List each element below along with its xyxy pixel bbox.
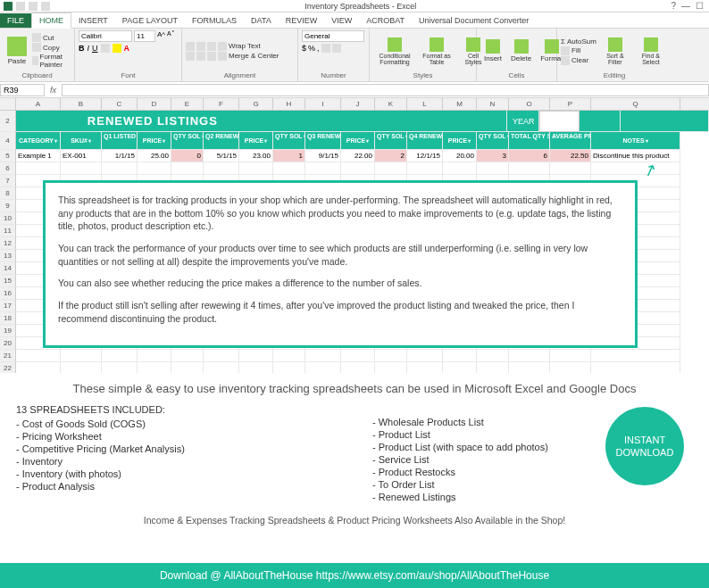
cell[interactable]	[407, 162, 443, 175]
minimize-icon[interactable]: —	[681, 1, 690, 11]
autosum-button[interactable]: ΣAutoSum	[561, 37, 596, 46]
col-header[interactable]: H	[273, 98, 305, 110]
cell[interactable]	[16, 350, 61, 362]
cell-q3-qty[interactable]: 2	[375, 150, 407, 162]
table-row[interactable]: 5 Example 1 EX-001 1/1/15 25.00 0 5/1/15…	[0, 150, 709, 162]
cell[interactable]	[443, 350, 477, 362]
cell-avg-price[interactable]: 22.50	[550, 150, 591, 162]
cell[interactable]	[102, 162, 138, 175]
cell[interactable]	[204, 350, 239, 362]
row-header[interactable]: 6	[0, 162, 16, 175]
cell[interactable]	[305, 162, 341, 175]
row-header[interactable]: 15	[0, 275, 16, 287]
cell[interactable]	[375, 162, 407, 175]
col-header[interactable]: M	[443, 98, 477, 110]
tab-review[interactable]: REVIEW	[279, 13, 325, 28]
cell[interactable]	[591, 162, 680, 175]
th-q3-qty[interactable]: QTY SOL	[375, 132, 407, 150]
th-category[interactable]: CATEGORY	[16, 132, 61, 150]
cell[interactable]	[375, 350, 407, 362]
save-icon[interactable]	[16, 2, 25, 11]
cell[interactable]	[550, 350, 591, 362]
cell[interactable]	[102, 350, 138, 362]
delete-cells-button[interactable]: Delete	[507, 37, 535, 64]
tab-acrobat[interactable]: ACROBAT	[359, 13, 412, 28]
underline-button[interactable]: U	[92, 44, 98, 53]
table-row[interactable]: 21	[0, 350, 709, 362]
undo-icon[interactable]	[29, 2, 38, 11]
align-center-icon[interactable]	[196, 52, 205, 61]
decrease-font-icon[interactable]: A˅	[167, 30, 175, 42]
find-select-button[interactable]: Find & Select	[634, 36, 668, 67]
col-header[interactable]: N	[477, 98, 509, 110]
cell[interactable]	[138, 350, 171, 362]
fill-button[interactable]: Fill	[561, 46, 596, 55]
cut-button[interactable]: Cut	[32, 33, 71, 42]
col-header[interactable]: A	[16, 98, 61, 110]
col-header[interactable]: D	[138, 98, 171, 110]
cell[interactable]	[171, 350, 204, 362]
col-header[interactable]: Q	[591, 98, 680, 110]
col-header[interactable]: B	[61, 98, 102, 110]
cell[interactable]	[591, 350, 680, 362]
th-q4-price[interactable]: PRICE	[443, 132, 477, 150]
col-header[interactable]: F	[204, 98, 239, 110]
row-header[interactable]: 19	[0, 325, 16, 337]
cell[interactable]	[305, 350, 341, 362]
cell[interactable]	[341, 350, 375, 362]
tab-file[interactable]: FILE	[0, 13, 31, 28]
restore-icon[interactable]: ☐	[696, 1, 704, 11]
help-icon[interactable]: ?	[671, 1, 676, 11]
cell-sku[interactable]: EX-001	[61, 150, 102, 162]
th-q1-price[interactable]: PRICE	[138, 132, 171, 150]
cell-total-qty[interactable]: 6	[509, 150, 550, 162]
row-header[interactable]: 20	[0, 337, 16, 350]
col-header[interactable]: C	[102, 98, 138, 110]
th-avg-price[interactable]: AVERAGE PRICE	[550, 132, 591, 150]
align-left-icon[interactable]	[186, 52, 195, 61]
tab-insert[interactable]: INSERT	[71, 13, 115, 28]
currency-icon[interactable]: $	[302, 44, 306, 53]
th-q4-renew[interactable]: Q4 RENEW	[407, 132, 443, 150]
col-header[interactable]: I	[305, 98, 341, 110]
col-header[interactable]: J	[341, 98, 375, 110]
cell[interactable]	[138, 162, 171, 175]
insert-cells-button[interactable]: Insert	[480, 37, 505, 64]
th-q4-qty[interactable]: QTY SOL	[477, 132, 509, 150]
cell-category[interactable]: Example 1	[16, 150, 61, 162]
row-header[interactable]: 2	[0, 111, 16, 132]
italic-button[interactable]: I	[88, 44, 90, 53]
cell[interactable]	[550, 162, 591, 175]
row-header[interactable]: 16	[0, 287, 16, 300]
row-header[interactable]: 4	[0, 132, 16, 150]
tab-data[interactable]: DATA	[244, 13, 279, 28]
cell[interactable]	[407, 350, 443, 362]
row-header[interactable]: 9	[0, 200, 16, 212]
name-box[interactable]	[0, 84, 45, 96]
cell[interactable]	[509, 162, 550, 175]
row-header[interactable]: 11	[0, 225, 16, 237]
cell[interactable]	[477, 350, 509, 362]
cell[interactable]	[61, 350, 102, 362]
row-header[interactable]: 18	[0, 312, 16, 325]
bold-button[interactable]: B	[79, 44, 85, 53]
cell[interactable]	[16, 162, 61, 175]
format-as-table-button[interactable]: Format as Table	[418, 36, 455, 67]
border-icon[interactable]	[101, 44, 110, 53]
wrap-text-button[interactable]: Wrap Text	[218, 42, 279, 51]
tab-home[interactable]: HOME	[31, 12, 71, 29]
align-top-icon[interactable]	[186, 42, 195, 51]
cell-q3-price[interactable]: 22.00	[341, 150, 375, 162]
cell[interactable]	[509, 350, 550, 362]
col-header[interactable]: K	[375, 98, 407, 110]
fx-label[interactable]: fx	[45, 86, 62, 95]
col-header[interactable]: L	[407, 98, 443, 110]
cell-q1-listed[interactable]: 1/1/15	[102, 150, 138, 162]
cell[interactable]	[273, 162, 305, 175]
th-sku[interactable]: SKU#	[61, 132, 102, 150]
row-header[interactable]: 8	[0, 187, 16, 200]
fill-color-icon[interactable]	[113, 44, 121, 53]
th-q2-qty[interactable]: QTY SOL	[273, 132, 305, 150]
col-header[interactable]: G	[239, 98, 273, 110]
cell[interactable]	[341, 162, 375, 175]
